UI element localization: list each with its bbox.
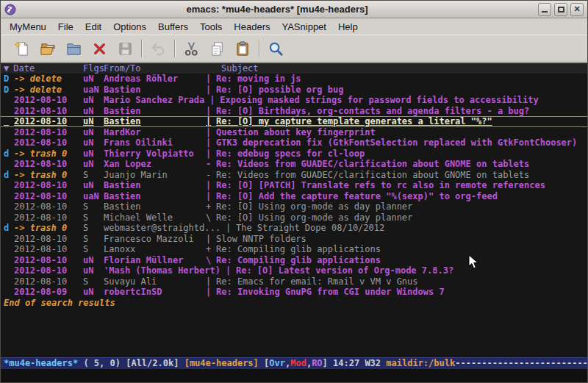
subject: Re: Emacs for email: Rmail v VM v Gnus: [216, 276, 587, 287]
flags: uN: [83, 287, 104, 298]
menu-item-buffers[interactable]: Buffers: [152, 20, 194, 34]
message-row[interactable]: 2012-08-10SSuvayu Ali|Re: Emacs for emai…: [1, 276, 587, 287]
date-or-mark: 2012-08-10: [14, 212, 83, 223]
new-file-icon: [14, 40, 31, 57]
menu-item-help[interactable]: Help: [332, 20, 364, 34]
thread-char: |: [206, 74, 216, 85]
menu-item-edit[interactable]: Edit: [79, 20, 107, 34]
message-row[interactable]: D-> deleteuaNBastien|Re: [O] possible or…: [1, 85, 587, 96]
flags: uN: [83, 106, 104, 117]
flags: uN: [83, 255, 104, 266]
message-row[interactable]: 2012-08-09uNrobertcInSD|Re: Invoking Gnu…: [1, 287, 587, 298]
cut-button[interactable]: [181, 37, 203, 60]
minimize-button[interactable]: [538, 3, 551, 16]
thread-char: |: [226, 265, 236, 276]
mark-char: d: [4, 223, 14, 234]
from: Juanjo Marin: [104, 170, 206, 181]
flags: S: [83, 223, 104, 234]
date-or-mark: -> trash 0: [14, 148, 83, 160]
menu-item-options[interactable]: Options: [107, 20, 152, 34]
message-row[interactable]: d-> trash 0Swebmaster@straightd...|The S…: [1, 223, 587, 234]
message-row[interactable]: 2012-08-10SBastien+Re: [O] Using org-mod…: [1, 201, 587, 212]
subject: Re: [O] Add the capture feature "%(sexp)…: [216, 191, 587, 202]
paste-button[interactable]: [232, 37, 254, 60]
mark-char: [4, 265, 14, 276]
kill-buffer-icon: [91, 40, 108, 57]
message-row[interactable]: 2012-08-10uNFlorian Müllner\Re: Compilin…: [1, 255, 587, 266]
subject: Re: Videos from GUADEC/clarification abo…: [216, 170, 587, 181]
from: Mario Sanchez Prada: [104, 95, 209, 106]
message-row[interactable]: 2012-08-10uNMario Sanchez Prada|Exposing…: [1, 95, 587, 106]
column-header-date[interactable]: ▼Date: [4, 63, 83, 74]
thread-char: |: [226, 223, 236, 234]
date-or-mark: -> delete: [14, 85, 83, 96]
from: 'Mash (Thomas Herbert): [104, 265, 226, 276]
menu-item-headers[interactable]: Headers: [228, 20, 276, 34]
emacs-window: emacs: *mu4e-headers* [mu4e-headers] ✕ M…: [0, 0, 588, 383]
message-row[interactable]: D-> deleteuNAndreas Röhler|Re: moving in…: [1, 74, 587, 85]
from: Florian Müllner: [104, 255, 206, 266]
open-file-button[interactable]: [37, 37, 60, 60]
menu-item-yasnippet[interactable]: YASnippet: [276, 20, 331, 34]
undo-button[interactable]: [148, 37, 170, 60]
message-row[interactable]: 2012-08-10uNHardKor|Question about key f…: [1, 127, 587, 138]
search-button[interactable]: [265, 37, 287, 60]
window-controls: ✕: [538, 3, 584, 16]
echo-area[interactable]: [1, 369, 587, 382]
thread-char: |: [206, 137, 216, 148]
message-row[interactable]: 2012-08-10SLanoxx+Re: Compiling glib app…: [1, 244, 587, 255]
subject: Re: Compiling glib applications: [216, 255, 587, 266]
from: Lanoxx: [104, 244, 206, 255]
subject: The Straight Dope 08/10/2012: [236, 223, 587, 234]
dired-button[interactable]: [63, 37, 85, 60]
flags: uN: [83, 265, 104, 276]
message-row[interactable]: 2012-08-10uNBastien|Re: [O] my capture t…: [1, 116, 587, 127]
save-buffer-button[interactable]: [115, 37, 137, 60]
kill-buffer-button[interactable]: [89, 37, 111, 60]
from: Suvayu Ali: [104, 276, 206, 287]
date-or-mark: 2012-08-10: [14, 276, 83, 287]
menu-item-tools[interactable]: Tools: [194, 20, 228, 34]
thread-char: |: [206, 287, 216, 298]
message-row[interactable]: 2012-08-10uNXan Lopez-Re: Videos from GU…: [1, 159, 587, 170]
toolbar-separator: [141, 40, 143, 57]
menu-item-mymenu[interactable]: MyMenu: [4, 20, 52, 34]
thread-char: +: [206, 201, 216, 212]
modeline-plain: ]: [323, 358, 333, 368]
subject: Re: [O] possible org bug: [216, 85, 587, 96]
message-row[interactable]: 2012-08-10uNFrans Oilinki|GTK3 deprecati…: [1, 137, 587, 148]
window-title: emacs: *mu4e-headers* [mu4e-headers]: [19, 4, 535, 15]
message-row[interactable]: 2012-08-10uNBastien|Re: [O] [PATCH] Tran…: [1, 180, 587, 191]
from: Thierry Volpiatto: [104, 148, 206, 160]
new-file-button[interactable]: [12, 37, 34, 60]
message-row[interactable]: 2012-08-10SFrancesco Mazzoli|Slow NNTP f…: [1, 234, 587, 245]
column-header-flags[interactable]: Flgs: [83, 63, 104, 74]
mark-char: [4, 244, 14, 255]
message-row[interactable]: 2012-08-10SMichael Welle\Re: [O] Using o…: [1, 212, 587, 223]
copy-button[interactable]: [207, 37, 229, 60]
flags: S: [83, 244, 104, 255]
modeline-plain: 14:27: [333, 358, 365, 368]
subject: Question about key fingerprint: [216, 127, 587, 138]
title-bar[interactable]: emacs: *mu4e-headers* [mu4e-headers] ✕: [1, 1, 587, 18]
maximize-button[interactable]: [554, 3, 567, 16]
message-row[interactable]: d-> trash 0uNThierry Volpiatto|Re: edebu…: [1, 148, 587, 160]
mode-line[interactable]: *mu4e-headers* ( 5, 0) [All/2.0k] [mu4e-…: [1, 357, 587, 369]
date-or-mark: 2012-08-10: [14, 116, 83, 127]
flags: uN: [83, 148, 104, 160]
close-icon: ✕: [573, 5, 580, 13]
date-or-mark: 2012-08-10: [14, 159, 83, 170]
flags: uN: [83, 74, 104, 85]
menu-item-file[interactable]: File: [52, 20, 79, 34]
message-row[interactable]: d-> trash 0SJuanjo Marin-Re: Videos from…: [1, 170, 587, 181]
close-button[interactable]: ✕: [570, 3, 584, 16]
message-row[interactable]: 2012-08-10uNBastien|Re: [O] Birthdays, o…: [1, 106, 587, 117]
column-header-subject[interactable]: Subject: [211, 63, 587, 74]
message-row[interactable]: 2012-08-10uaNBastien|Re: [O] Add the cap…: [1, 191, 587, 202]
subject: GTK3 deprecation fix (GtkFontSelection r…: [216, 137, 587, 148]
message-row[interactable]: 2012-08-10uN'Mash (Thomas Herbert)|Re: […: [1, 265, 587, 276]
buffer-area[interactable]: ▼Date Flgs From/To Subject D-> deleteuNA…: [1, 62, 587, 357]
header-line: ▼Date Flgs From/To Subject: [1, 62, 587, 74]
date-or-mark: 2012-08-09: [14, 287, 83, 298]
column-header-from[interactable]: From/To: [104, 63, 211, 74]
